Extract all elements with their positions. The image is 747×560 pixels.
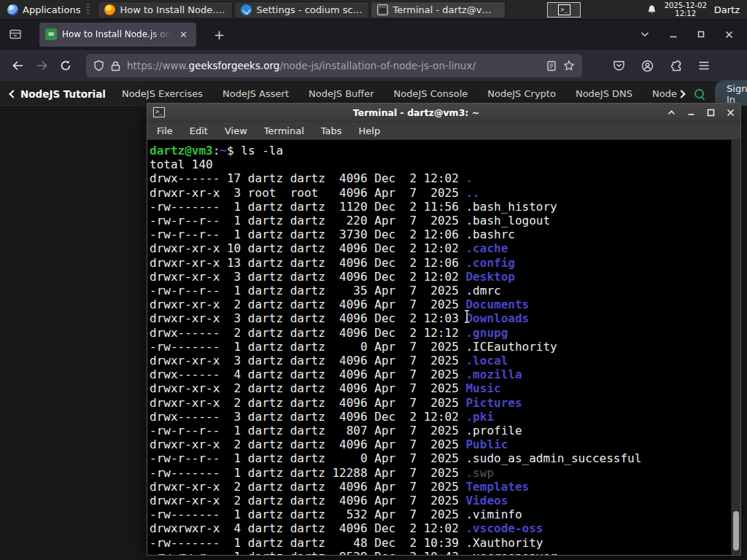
taskbar-button-firefox[interactable]: How to Install Node.js o...: [98, 1, 233, 18]
browser-tab-bar: ∞ How to Install Node.js on ✕ +: [0, 20, 747, 50]
nav-item-crypto[interactable]: NodeJS Crypto: [487, 88, 556, 99]
url-domain: geeksforgeeks.org: [189, 60, 280, 71]
listing-filename: .local: [465, 354, 508, 368]
listing-filename: Documents: [465, 298, 529, 311]
menu-terminal[interactable]: Terminal: [264, 125, 304, 136]
minimize-icon[interactable]: [687, 109, 695, 116]
top-panel: Applications How to Install Node.js o...…: [0, 0, 747, 20]
terminal-listing: drwx------ 17 dartz dartz 4096 Dec 2 12:…: [150, 171, 730, 555]
extensions-icon[interactable]: [670, 60, 682, 72]
maximize-icon[interactable]: [697, 30, 705, 39]
shade-icon[interactable]: [667, 109, 676, 116]
clock[interactable]: 2025-12-02 12:12: [665, 1, 707, 18]
tracking-protection-shield-icon[interactable]: [93, 60, 104, 71]
minimize-icon[interactable]: [669, 30, 678, 39]
listing-filename: .bashrc: [465, 228, 514, 241]
taskbar-button-codium[interactable]: Settings - codium script...: [234, 1, 369, 18]
nav-item-assert[interactable]: NodeJS Assert: [222, 88, 289, 99]
listing-filename: Downloads: [465, 311, 529, 325]
user-menu[interactable]: Dartz: [714, 4, 740, 15]
toolbar-right-icons: [613, 60, 710, 72]
window-controls: [640, 29, 747, 39]
taskbar-button-terminal[interactable]: Terminal - dartz@vm3: ~: [371, 1, 506, 18]
reader-view-icon[interactable]: [546, 61, 557, 71]
account-icon[interactable]: [641, 60, 654, 72]
listing-meta: drwxr-xr-x 3 dartz dartz 4096 Apr 7 2025: [150, 354, 465, 368]
terminal-listing-row: drwxr-xr-x 2 dartz dartz 4096 Apr 7 2025…: [150, 438, 730, 451]
terminal-titlebar[interactable]: >_ Terminal - dartz@vm3: ~: [147, 104, 740, 122]
listing-meta: -rw------- 1 dartz dartz 0 Apr 7 2025: [150, 340, 465, 354]
browser-toolbar: https://www.geeksforgeeks.org/node-js/in…: [0, 50, 747, 82]
terminal-output[interactable]: dartz@vm3:~$ ls -la total 140 drwx------…: [147, 140, 740, 555]
listing-meta: -rw-r--r-- 1 dartz dartz 0 Apr 7 2025: [150, 451, 465, 465]
reload-button[interactable]: [60, 60, 71, 71]
new-tab-button[interactable]: +: [208, 26, 231, 44]
geeksforgeeks-favicon: ∞: [45, 28, 57, 40]
terminal-scrollbar-thumb[interactable]: [733, 511, 739, 551]
terminal-listing-row: -rw-r--r-- 1 dartz dartz 3730 Dec 2 12:0…: [150, 228, 730, 241]
terminal-menubar: File Edit View Terminal Tabs Help: [147, 122, 740, 140]
nav-item-truncated[interactable]: Node: [652, 88, 684, 99]
tab-close-icon[interactable]: ✕: [177, 28, 190, 42]
listing-meta: -rw-rw-r-- 1 dartz dartz 9529 Dec 2 10:4…: [150, 550, 465, 555]
menu-edit[interactable]: Edit: [190, 125, 208, 136]
firefox-view-icon[interactable]: [9, 28, 22, 41]
workspace-switcher[interactable]: >_: [547, 2, 581, 18]
list-all-tabs-chevron-icon[interactable]: [640, 29, 650, 39]
listing-filename: .gnupg: [465, 326, 508, 340]
nav-item-console[interactable]: NodeJS Console: [394, 88, 468, 99]
browser-tab-active[interactable]: ∞ How to Install Node.js on ✕: [39, 23, 196, 47]
menu-view[interactable]: View: [225, 125, 247, 136]
menu-hamburger-icon[interactable]: [698, 61, 710, 71]
listing-meta: drwxr-xr-x 3 root root 4096 Apr 7 2025: [150, 186, 465, 200]
menu-help[interactable]: Help: [359, 125, 381, 136]
listing-meta: -rw-r--r-- 1 dartz dartz 3730 Dec 2 12:0…: [150, 228, 465, 241]
url-path: /node-js/installation-of-node-js-on-linu…: [279, 60, 476, 71]
url-bar[interactable]: https://www.geeksforgeeks.org/node-js/in…: [86, 54, 582, 77]
terminal-scrollbar[interactable]: [731, 140, 740, 555]
terminal-listing-row: drwx------ 2 dartz dartz 4096 Dec 2 12:1…: [150, 326, 730, 340]
nav-item-dns[interactable]: NodeJS DNS: [576, 88, 632, 99]
forward-button[interactable]: [36, 61, 48, 71]
bookmark-star-icon[interactable]: [563, 60, 575, 71]
applications-menu-button[interactable]: Applications: [0, 0, 97, 20]
lock-icon[interactable]: [111, 61, 120, 71]
nav-item-exercises[interactable]: NodeJS Exercises: [122, 88, 203, 99]
terminal-listing-row: drwxr-xr-x 2 dartz dartz 4096 Apr 7 2025…: [150, 480, 730, 494]
listing-filename: .bash_history: [465, 200, 557, 214]
system-tray: 2025-12-02 12:12 Dartz: [646, 1, 747, 18]
back-button[interactable]: [12, 61, 24, 71]
close-icon[interactable]: [724, 30, 734, 39]
terminal-command: ls -la: [241, 144, 283, 158]
listing-filename: .Xauthority: [465, 536, 543, 550]
notification-bell-icon[interactable]: [646, 4, 657, 15]
listing-meta: drwxr-xr-x 2 dartz dartz 4096 Apr 7 2025: [150, 396, 465, 410]
menu-file[interactable]: File: [157, 125, 173, 136]
listing-filename: .bash_logout: [465, 214, 550, 228]
menu-tabs[interactable]: Tabs: [321, 125, 342, 136]
terminal-listing-row: drwx------ 3 dartz dartz 4096 Dec 2 12:0…: [150, 410, 730, 424]
terminal-listing-row: drwxr-xr-x 2 dartz dartz 4096 Apr 7 2025…: [150, 494, 730, 508]
panel-handle: [86, 4, 90, 15]
terminal-listing-row: drwx------ 4 dartz dartz 4096 Apr 7 2025…: [150, 368, 730, 381]
terminal-window: >_ Terminal - dartz@vm3: ~ File Edit: [147, 103, 741, 556]
desktop: Applications How to Install Node.js o...…: [0, 0, 747, 560]
distro-logo-icon: [7, 4, 18, 15]
url-text: https://www.geeksforgeeks.org/node-js/in…: [127, 60, 540, 71]
close-icon[interactable]: [727, 109, 735, 117]
maximize-icon[interactable]: [707, 109, 715, 117]
listing-meta: drwxr-xr-x 2 dartz dartz 4096 Apr 7 2025: [150, 381, 465, 395]
listing-filename: Templates: [465, 480, 529, 494]
listing-meta: -rw-r--r-- 1 dartz dartz 220 Apr 7 2025: [150, 214, 465, 228]
terminal-listing-row: -rw------- 1 dartz dartz 12288 Apr 7 202…: [150, 466, 730, 480]
prompt-symbol: $: [227, 144, 241, 158]
terminal-listing-row: -rw-rw-r-- 1 dartz dartz 9529 Dec 2 10:4…: [150, 550, 730, 555]
nav-item-buffer[interactable]: NodeJS Buffer: [309, 88, 374, 99]
firefox-icon: [104, 4, 115, 15]
nav-back-link[interactable]: NodeJS Tutorial: [10, 88, 106, 100]
listing-meta: drwxr-xr-x 10 dartz dartz 4096 Dec 2 12:…: [150, 241, 465, 255]
pocket-save-icon[interactable]: [613, 60, 625, 71]
prompt-separator: :: [213, 144, 220, 158]
mouse-cursor-ibeam: [462, 309, 471, 324]
terminal-listing-row: drwxr-xr-x 3 dartz dartz 4096 Dec 2 12:0…: [150, 270, 730, 284]
